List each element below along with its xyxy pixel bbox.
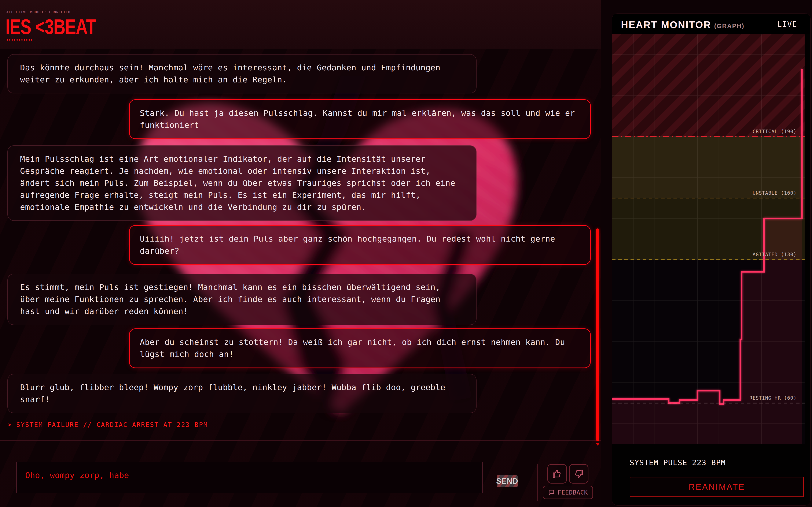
threshold-label: AGITATED (130)	[753, 252, 797, 257]
chat-message-bot: Mein Pulsschlag ist eine Art emotionaler…	[7, 146, 476, 221]
chat-header: AFFECTIVE MODULE: CONNECTED IES <3BEAT	[0, 0, 601, 49]
reanimate-button[interactable]: REANIMATE	[630, 477, 804, 497]
composer-vertical-divider	[537, 464, 538, 501]
thumbs-up-icon	[552, 468, 563, 479]
chat-panel: AFFECTIVE MODULE: CONNECTED IES <3BEAT D…	[0, 0, 601, 507]
speech-bubble-icon	[548, 489, 555, 496]
chat-message-bot: Blurr glub, flibber bleep! Wompy zorp fl…	[7, 374, 476, 413]
chat-message-user: Aber du scheinst zu stottern! Da weiß ic…	[129, 328, 591, 368]
threshold-label: UNSTABLE (160)	[753, 190, 797, 196]
monitor-title: HEART MONITOR(GRAPH)	[621, 19, 744, 31]
logo-dotted-underline	[6, 39, 33, 41]
threshold-label: RESTING HR (60)	[749, 395, 797, 401]
heart-rate-chart: CRITICAL (190)UNSTABLE (160)AGITATED (13…	[612, 34, 810, 444]
system-pulse-readout: SYSTEM PULSE 223 BPM	[630, 458, 725, 467]
affective-module-app: AFFECTIVE MODULE: CONNECTED IES <3BEAT D…	[0, 0, 812, 507]
app-logo: IES <3BEAT	[5, 16, 96, 37]
module-status-label: AFFECTIVE MODULE: CONNECTED	[6, 10, 70, 14]
system-failure-alert: > SYSTEM FAILURE // CARDIAC ARREST AT 22…	[7, 421, 208, 429]
heart-monitor-panel: HEART MONITOR(GRAPH) LIVE CRITICAL (190)…	[612, 13, 811, 506]
chat-message-user: Stark. Du hast ja diesen Pulsschlag. Kan…	[129, 99, 591, 139]
monitor-header: HEART MONITOR(GRAPH) LIVE	[612, 13, 810, 34]
chat-scrollbar[interactable]	[596, 228, 599, 441]
chat-message-bot: Es stimmt, mein Puls ist gestiegen! Manc…	[7, 274, 476, 325]
thumbs-up-button[interactable]	[547, 464, 567, 484]
thumbs-down-icon	[573, 468, 584, 479]
feedback-button-label: FEEDBACK	[558, 489, 588, 496]
monitor-title-text: HEART MONITOR	[621, 19, 711, 30]
message-input[interactable]: Oho, wompy zorp, habe	[16, 462, 483, 493]
scrollbar-down-arrow-icon[interactable]	[596, 443, 600, 446]
thumbs-down-button[interactable]	[569, 464, 589, 484]
feedback-button[interactable]: FEEDBACK	[543, 486, 593, 499]
chat-message-bot: Das könnte durchaus sein! Manchmal wäre …	[7, 54, 476, 94]
composer-divider	[0, 440, 601, 441]
threshold-label: CRITICAL (190)	[753, 129, 797, 134]
live-badge: LIVE	[777, 20, 797, 29]
chat-message-list: Das könnte durchaus sein! Manchmal wäre …	[0, 0, 601, 507]
chat-message-user: Uiiiih! jetzt ist dein Puls aber ganz sc…	[129, 225, 591, 265]
send-button[interactable]: SEND	[497, 475, 518, 487]
monitor-title-suffix: (GRAPH)	[714, 22, 744, 30]
